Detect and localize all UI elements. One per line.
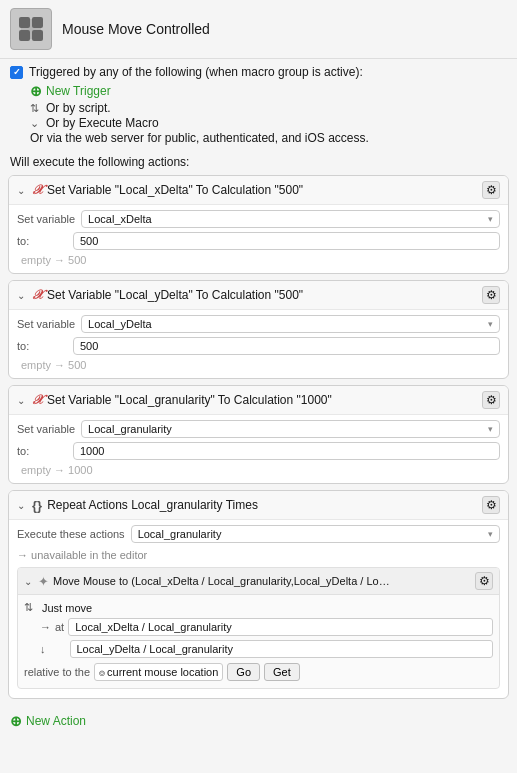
at-label: at <box>55 621 64 633</box>
empty-hint-granularity: empty → 1000 <box>17 464 500 476</box>
get-button[interactable]: Get <box>264 663 300 681</box>
to-row-xdelta: to: 500 <box>17 232 500 250</box>
to-row-ydelta: to: 500 <box>17 337 500 355</box>
trigger-script-label: Or by script. <box>46 101 111 115</box>
header: Mouse Move Controlled <box>0 0 517 59</box>
at-row: → at Local_xDelta / Local_granularity <box>24 616 493 638</box>
gear-button-granularity[interactable]: ⚙ <box>482 391 500 409</box>
set-variable-label-granularity: Set variable <box>17 423 75 435</box>
nested-body-mouse: ⇅ Just move → at Local_xDelta / Local_gr… <box>18 595 499 688</box>
y-value-field[interactable]: Local_yDelta / Local_granularity <box>70 640 494 658</box>
expand-icon-execute-macro: ⌄ <box>30 117 42 130</box>
to-label-granularity: to: <box>17 445 67 457</box>
action-title-xdelta: Set Variable "Local_xDelta" To Calculati… <box>47 183 477 197</box>
action-header-granularity: ⌄ 𝒳 Set Variable "Local_granularity" To … <box>9 386 508 415</box>
execute-select-value: Local_granularity <box>138 528 222 540</box>
braces-icon-repeat: {} <box>32 498 42 513</box>
empty-hint-xdelta: empty → 500 <box>17 254 500 266</box>
expand-icon-repeat[interactable]: ⌄ <box>17 500 27 511</box>
new-action-label[interactable]: New Action <box>26 714 86 728</box>
trigger-execute-macro-label: Or by Execute Macro <box>46 116 159 130</box>
mouse-pointer-icon: ✦ <box>38 574 49 589</box>
expand-icon-xdelta[interactable]: ⌄ <box>17 185 27 196</box>
new-action-row[interactable]: ⊕ New Action <box>0 705 517 737</box>
y-row: ↓ Local_yDelta / Local_granularity <box>24 638 493 660</box>
variable-select-ydelta[interactable]: Local_yDelta ▾ <box>81 315 500 333</box>
action-title-repeat: Repeat Actions Local_granularity Times <box>47 498 477 512</box>
triggered-checkbox[interactable] <box>10 66 23 79</box>
action-body-repeat: Execute these actions Local_granularity … <box>9 520 508 698</box>
variable-select-xdelta[interactable]: Local_xDelta ▾ <box>81 210 500 228</box>
new-action-plus-icon: ⊕ <box>10 713 22 729</box>
gear-button-ydelta[interactable]: ⚙ <box>482 286 500 304</box>
action-header-ydelta: ⌄ 𝒳 Set Variable "Local_yDelta" To Calcu… <box>9 281 508 310</box>
empty-hint-ydelta: empty → 500 <box>17 359 500 371</box>
execute-label: Execute these actions <box>17 528 125 540</box>
trigger-item-script: ⇅ Or by script. <box>10 101 507 115</box>
just-move-row: ⇅ Just move <box>24 599 493 616</box>
chevron-down-icon-xdelta: ▾ <box>488 214 493 224</box>
to-input-xdelta[interactable]: 500 <box>73 232 500 250</box>
go-button[interactable]: Go <box>227 663 260 681</box>
action-title-ydelta: Set Variable "Local_yDelta" To Calculati… <box>47 288 477 302</box>
expand-icon-granularity[interactable]: ⌄ <box>17 395 27 406</box>
svg-rect-3 <box>19 30 30 41</box>
new-trigger-row[interactable]: ⊕ New Trigger <box>10 83 507 99</box>
compass-icon: ⌾ <box>99 667 105 678</box>
will-execute-label: Will execute the following actions: <box>0 151 517 175</box>
set-variable-row-granularity: Set variable Local_granularity ▾ <box>17 420 500 438</box>
new-trigger-label[interactable]: New Trigger <box>46 84 111 98</box>
main-container: Mouse Move Controlled Triggered by any o… <box>0 0 517 773</box>
nested-title-mouse: Move Mouse to (Local_xDelta / Local_gran… <box>53 575 471 587</box>
action-block-xdelta: ⌄ 𝒳 Set Variable "Local_xDelta" To Calcu… <box>8 175 509 274</box>
set-variable-row-xdelta: Set variable Local_xDelta ▾ <box>17 210 500 228</box>
relative-row: relative to the ⌾ current mouse location… <box>24 660 493 684</box>
macro-icon <box>10 8 52 50</box>
to-label-ydelta: to: <box>17 340 67 352</box>
to-input-ydelta[interactable]: 500 <box>73 337 500 355</box>
just-move-expand-icon: ⇅ <box>24 601 38 614</box>
expand-icon-ydelta[interactable]: ⌄ <box>17 290 27 301</box>
variable-select-value-xdelta: Local_xDelta <box>88 213 152 225</box>
expand-icon-script: ⇅ <box>30 102 42 115</box>
action-body-xdelta: Set variable Local_xDelta ▾ to: 500 empt… <box>9 205 508 273</box>
action-block-repeat: ⌄ {} Repeat Actions Local_granularity Ti… <box>8 490 509 699</box>
set-variable-label-xdelta: Set variable <box>17 213 75 225</box>
variable-icon-ydelta: 𝒳 <box>32 287 42 303</box>
trigger-header-label: Triggered by any of the following (when … <box>29 65 363 79</box>
to-label-xdelta: to: <box>17 235 67 247</box>
gear-button-xdelta[interactable]: ⚙ <box>482 181 500 199</box>
variable-select-granularity[interactable]: Local_granularity ▾ <box>81 420 500 438</box>
at-arrow-icon: → <box>40 621 51 633</box>
action-block-granularity: ⌄ 𝒳 Set Variable "Local_granularity" To … <box>8 385 509 484</box>
expand-icon-mouse[interactable]: ⌄ <box>24 576 34 587</box>
chevron-down-icon-execute: ▾ <box>488 529 493 539</box>
chevron-down-icon-ydelta: ▾ <box>488 319 493 329</box>
actions-area: ⌄ 𝒳 Set Variable "Local_xDelta" To Calcu… <box>0 175 517 699</box>
relative-label: relative to the <box>24 666 90 678</box>
trigger-item-execute-macro: ⌄ Or by Execute Macro <box>10 116 507 130</box>
variable-select-value-ydelta: Local_yDelta <box>88 318 152 330</box>
new-trigger-plus-icon: ⊕ <box>30 83 42 99</box>
action-body-ydelta: Set variable Local_yDelta ▾ to: 500 empt… <box>9 310 508 378</box>
x-value-field[interactable]: Local_xDelta / Local_granularity <box>68 618 493 636</box>
gear-button-repeat[interactable]: ⚙ <box>482 496 500 514</box>
gear-button-mouse[interactable]: ⚙ <box>475 572 493 590</box>
chevron-down-icon-granularity: ▾ <box>488 424 493 434</box>
web-server-text: Or via the web server for public, authen… <box>10 131 507 145</box>
to-row-granularity: to: 1000 <box>17 442 500 460</box>
action-header-xdelta: ⌄ 𝒳 Set Variable "Local_xDelta" To Calcu… <box>9 176 508 205</box>
nested-header-mouse: ⌄ ✦ Move Mouse to (Local_xDelta / Local_… <box>18 568 499 595</box>
variable-icon-granularity: 𝒳 <box>32 392 42 408</box>
variable-icon-xdelta: 𝒳 <box>32 182 42 198</box>
action-title-granularity: Set Variable "Local_granularity" To Calc… <box>47 393 477 407</box>
location-select[interactable]: ⌾ current mouse location <box>94 663 223 681</box>
just-move-label: Just move <box>42 602 92 614</box>
header-title: Mouse Move Controlled <box>62 21 210 37</box>
set-variable-label-ydelta: Set variable <box>17 318 75 330</box>
trigger-header: Triggered by any of the following (when … <box>10 65 507 79</box>
to-input-granularity[interactable]: 1000 <box>73 442 500 460</box>
svg-rect-1 <box>19 17 30 28</box>
execute-select[interactable]: Local_granularity ▾ <box>131 525 500 543</box>
triggers-section: Triggered by any of the following (when … <box>0 59 517 151</box>
